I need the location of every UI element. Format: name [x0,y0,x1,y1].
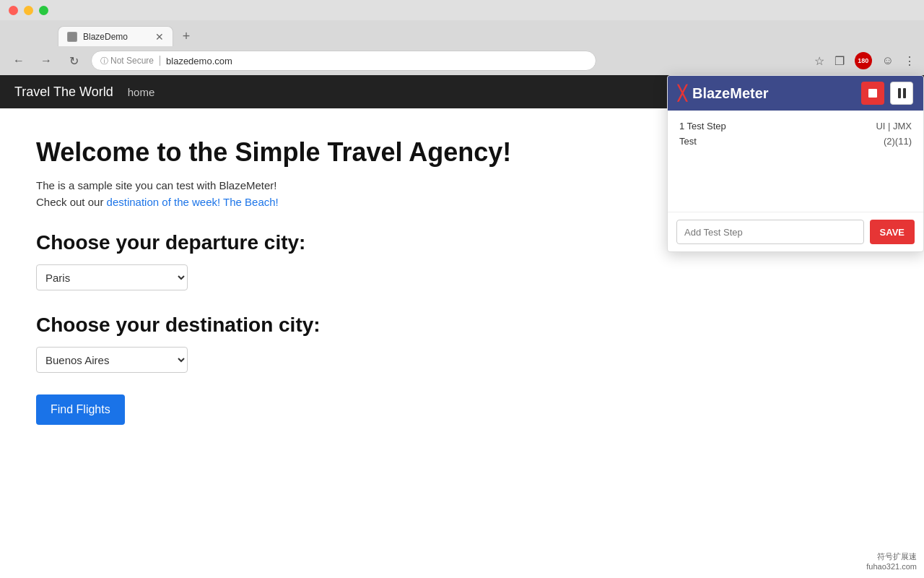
traffic-light-close[interactable] [9,6,18,15]
blaze-test-number: (2)(11) [884,136,912,147]
traffic-light-maximize[interactable] [39,6,48,15]
tab-favicon [67,32,77,42]
blaze-logo-icon: ╳ [678,85,687,102]
forward-button[interactable]: → [36,51,56,71]
blaze-body: 1 Test Step UI | JMX Test (2)(11) [668,111,923,212]
svg-rect-0 [68,33,77,41]
blaze-badge[interactable]: 180 [855,52,872,69]
new-tab-button[interactable]: + [176,26,196,46]
blaze-controls [861,82,913,105]
blaze-logo-text: BlazeMeter [692,85,769,102]
blaze-test-label: Test [679,136,697,147]
browser-tab[interactable]: BlazeDemo ✕ [58,26,173,46]
nav-link-home[interactable]: home [128,86,155,98]
blaze-test-row: Test (2)(11) [679,136,912,147]
blaze-pause-button[interactable] [890,82,913,105]
security-icon: ⓘ [100,56,108,66]
blaze-step-count: 1 Test Step [679,121,726,131]
watermark: 符号扩展速 fuhao321.com [866,551,917,571]
address-field[interactable]: ⓘ Not Secure blazedemo.com [91,51,596,71]
find-flights-button[interactable]: Find Flights [36,394,125,425]
blaze-save-button[interactable]: SAVE [870,220,915,244]
fullscreen-icon[interactable]: ❐ [834,54,845,68]
url-text: blazedemo.com [166,56,232,66]
profile-icon[interactable]: ☺ [882,54,894,67]
departure-select[interactable]: Paris Boston Portland San Diego Mexico C… [36,264,188,290]
menu-icon[interactable]: ⋮ [904,54,915,68]
os-titlebar [0,0,924,20]
blaze-footer: SAVE [668,212,923,251]
address-divider [160,56,160,66]
stop-icon [868,89,877,98]
traffic-light-minimize[interactable] [24,6,33,15]
blaze-step-row: 1 Test Step UI | JMX [679,121,912,131]
security-indicator: ⓘ Not Secure [100,56,154,66]
blaze-stop-button[interactable] [861,82,884,105]
address-bar: ← → ↻ ⓘ Not Secure blazedemo.com ☆ ❐ 180… [0,46,924,75]
add-test-step-input[interactable] [676,220,864,244]
back-button[interactable]: ← [9,51,29,71]
blaze-panel-header: ╳ BlazeMeter [668,76,923,111]
tab-title: BlazeDemo [83,32,128,42]
tab-bar: BlazeDemo ✕ + [0,20,924,46]
bookmark-icon[interactable]: ☆ [814,54,824,68]
toolbar-icons: ☆ ❐ 180 ☺ ⋮ [814,52,915,69]
site-brand: Travel The World [14,85,113,100]
blaze-panel: ╳ BlazeMeter 1 Test Step UI | JMX [667,75,924,252]
destination-select[interactable]: Buenos Aires Rome London Berlin New York… [36,347,188,373]
tab-close-button[interactable]: ✕ [155,31,164,43]
page-wrapper: Travel The World home Welcome to the Sim… [0,75,924,578]
destination-label: Choose your destination city: [36,314,888,337]
browser-chrome: BlazeDemo ✕ + ← → ↻ ⓘ Not Secure blazede… [0,20,924,75]
blaze-badge-label: 180 [858,57,868,64]
destination-link[interactable]: destination of the week! The Beach! [107,196,279,208]
blaze-logo: ╳ BlazeMeter [678,85,769,102]
reload-button[interactable]: ↻ [64,51,84,71]
blaze-step-meta: UI | JMX [876,121,912,131]
pause-icon [898,88,906,98]
